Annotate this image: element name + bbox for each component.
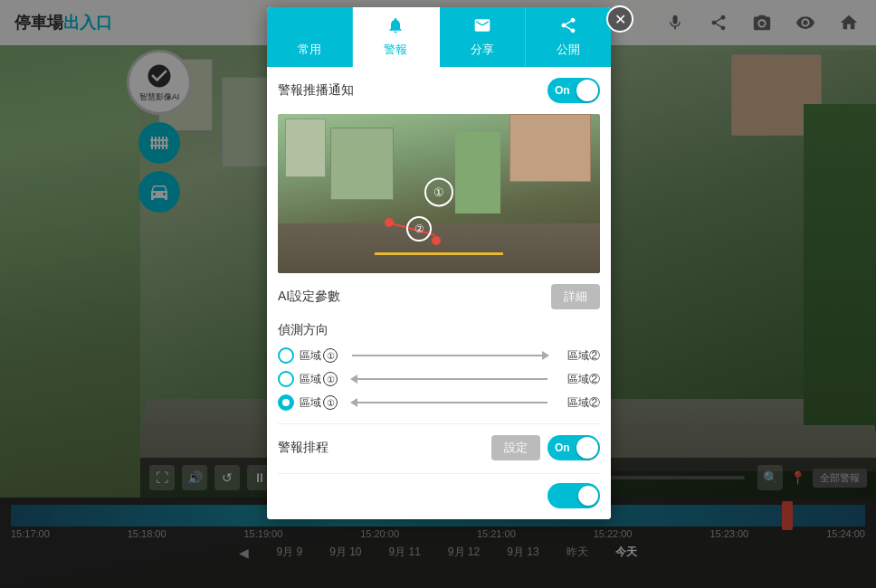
tab-common-label: 常用: [298, 42, 321, 58]
alert-schedule-row: 警報排程 設定 On: [278, 423, 600, 460]
dir-zone-left-0: 區域①: [300, 348, 343, 364]
tab-share-label: 分享: [471, 42, 494, 58]
dir-zone-right-1: 區域②: [557, 372, 600, 387]
tab-alert[interactable]: 警報: [353, 7, 439, 67]
tab-public[interactable]: 公開: [526, 7, 611, 67]
set-button[interactable]: 設定: [491, 435, 540, 460]
camera-preview: ① ②: [278, 114, 600, 273]
direction-radio-1[interactable]: [278, 371, 294, 387]
dir-zone-right-0: 區域②: [557, 348, 600, 364]
dir-zone-left-1: 區域①: [300, 372, 343, 387]
detail-button[interactable]: 詳細: [551, 284, 600, 309]
alert-push-toggle[interactable]: On: [548, 78, 600, 103]
modal-tabs: 常用 警報 分享 公開: [267, 7, 611, 67]
close-icon: ✕: [614, 11, 626, 28]
dir-zone-right-2: 區域②: [557, 395, 600, 411]
detection-direction-section: 偵測方向 區域① 區域② 區域①: [278, 322, 600, 411]
tab-common[interactable]: 常用: [267, 7, 353, 67]
tab-share[interactable]: 分享: [440, 7, 526, 67]
alert-tab-icon: [386, 16, 405, 39]
direction-radio-0[interactable]: [278, 347, 294, 364]
detection-direction-title: 偵測方向: [278, 322, 600, 338]
direction-row-2: 區域① 區域②: [278, 394, 600, 411]
dir-zone-left-2: 區域①: [300, 395, 343, 411]
modal-close-button[interactable]: ✕: [606, 5, 633, 33]
schedule-toggle-label: On: [555, 441, 570, 454]
extra-toggle[interactable]: [548, 483, 600, 508]
extra-toggle-knob: [578, 486, 598, 506]
dir-arrow-right-0: [352, 355, 548, 356]
modal-body: 警報推播通知 On ①: [267, 67, 611, 519]
tab-alert-label: 警報: [384, 42, 407, 58]
direction-radio-2[interactable]: [278, 394, 294, 411]
dir-arrow-left-1: [352, 378, 548, 380]
alert-push-label: 警報推播通知: [278, 82, 354, 99]
direction-row-1: 區域① 區域②: [278, 371, 600, 387]
ai-settings-label: AI設定參數: [278, 289, 340, 305]
schedule-toggle-knob: [576, 437, 598, 459]
public-tab-icon: [559, 16, 577, 39]
alert-schedule-toggle[interactable]: On: [548, 435, 600, 460]
alert-push-row: 警報推播通知 On: [278, 78, 600, 103]
extra-toggle-row: [278, 473, 600, 508]
alert-schedule-label: 警報排程: [278, 440, 328, 456]
detection-dot-2: [432, 236, 441, 245]
modal-dialog: 常用 警報 分享 公開 警報推播通知 On: [267, 7, 611, 519]
dir-arrow-left-2: [352, 402, 548, 403]
toggle-knob: [576, 80, 598, 101]
common-tab-icon: [300, 16, 319, 39]
zone-marker-1: ①: [424, 177, 453, 206]
ai-settings-row: AI設定參數 詳細: [278, 284, 600, 309]
tab-public-label: 公開: [557, 42, 580, 58]
direction-row-0: 區域① 區域②: [278, 347, 600, 364]
share-tab-icon: [473, 16, 491, 39]
toggle-on-label: On: [555, 84, 570, 97]
